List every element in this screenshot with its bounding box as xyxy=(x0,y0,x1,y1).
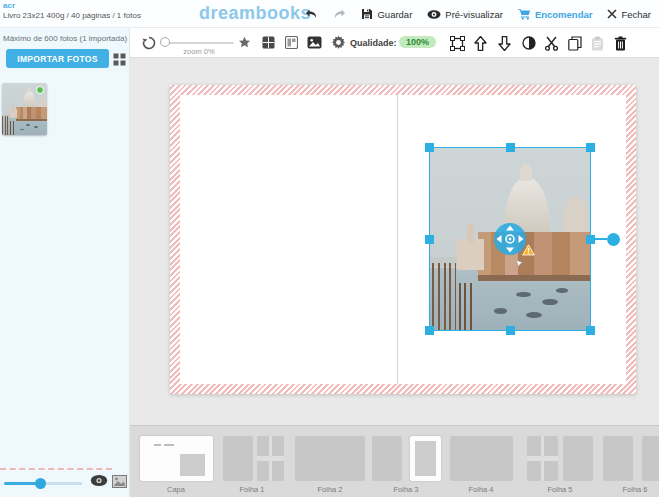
photos-counter: Máximo de 600 fotos (1 importada) xyxy=(3,34,129,43)
resize-handle-bottom-left[interactable] xyxy=(425,326,434,335)
favorite-icon[interactable] xyxy=(238,36,251,49)
page-thumb-folha3-right[interactable] xyxy=(410,436,441,481)
delete-icon[interactable] xyxy=(614,36,627,51)
canvas-zoom-knob[interactable] xyxy=(160,37,170,47)
pages-thumbnail-bar: Capa Folha 1 Folha 2 Folha 3 Folha 4 Fol… xyxy=(130,425,659,497)
page-thumb-folha5-right[interactable] xyxy=(563,436,593,481)
header-bar: acr Livro 23x21 400g / 40 páginas / 1 fo… xyxy=(0,0,659,28)
quality-label: Qualidade: xyxy=(350,38,397,48)
resize-handle-left[interactable] xyxy=(425,235,434,244)
order-button[interactable]: Encomendar xyxy=(518,8,593,20)
preview-label: Pré-visualizar xyxy=(445,9,503,20)
send-backward-icon[interactable] xyxy=(498,36,511,51)
page-label-folha2: Folha 2 xyxy=(317,485,342,494)
page-label-capa: Capa xyxy=(167,485,185,494)
close-label: Fechar xyxy=(621,9,651,20)
page-thumb-folha6-left[interactable] xyxy=(603,436,633,481)
page-divider xyxy=(397,95,398,384)
resize-handle-bottom-right[interactable] xyxy=(586,326,595,335)
page-label-folha5: Folha 5 xyxy=(547,485,572,494)
page-layout-icon[interactable] xyxy=(285,36,298,49)
rotation-handle[interactable] xyxy=(607,233,620,246)
redo-icon xyxy=(333,8,346,21)
close-button[interactable]: Fechar xyxy=(607,9,651,20)
resize-handle-top[interactable] xyxy=(506,143,515,152)
page-thumb-folha5-left[interactable] xyxy=(527,436,558,481)
cart-icon xyxy=(518,8,531,20)
hide-used-photos-toggle[interactable] xyxy=(90,473,108,491)
book-spread xyxy=(170,85,636,394)
project-specs: Livro 23x21 400g / 40 páginas / 1 fotos xyxy=(3,11,141,21)
redo-button[interactable] xyxy=(333,8,346,21)
placed-photo[interactable] xyxy=(430,148,590,330)
order-label: Encomendar xyxy=(535,9,593,20)
resize-handle-top-right[interactable] xyxy=(586,143,595,152)
image-tool-icon[interactable] xyxy=(307,35,322,50)
transform-frame-icon[interactable] xyxy=(450,36,465,51)
zoom-value-label: zoom 0% xyxy=(168,47,230,56)
dreambooks-logo: dreambooks xyxy=(199,3,311,24)
page-thumb-folha2[interactable] xyxy=(295,436,365,481)
close-icon xyxy=(607,9,617,19)
save-button[interactable]: Guardar xyxy=(361,8,412,20)
page-label-folha4: Folha 4 xyxy=(468,485,493,494)
page-thumb-folha1-left[interactable] xyxy=(223,436,253,481)
resize-handle-right[interactable] xyxy=(586,235,595,244)
paste-icon[interactable] xyxy=(591,36,604,51)
photos-sidebar: Máximo de 600 fotos (1 importada) IMPORT… xyxy=(0,28,130,497)
page-label-folha6: Folha 6 xyxy=(622,485,647,494)
page-thumb-cover[interactable] xyxy=(140,436,213,481)
save-icon xyxy=(361,8,373,20)
page-thumb-folha1-right[interactable] xyxy=(257,436,284,481)
photo-used-badge xyxy=(36,86,44,94)
header-actions: Guardar Pré-visualizar Encomendar Fechar xyxy=(305,0,651,28)
layouts-grid-icon[interactable] xyxy=(262,36,275,49)
contrast-icon[interactable] xyxy=(522,36,536,50)
resize-handle-bottom[interactable] xyxy=(506,326,515,335)
undo-icon xyxy=(305,8,318,21)
editor-toolbar: zoom 0% Qualidade: 100% xyxy=(130,28,659,58)
bring-forward-icon[interactable] xyxy=(474,36,487,51)
cursor-icon xyxy=(515,254,524,272)
canvas-zoom-slider[interactable] xyxy=(164,42,234,44)
editor-canvas[interactable] xyxy=(130,58,659,425)
preview-button[interactable]: Pré-visualizar xyxy=(427,9,503,20)
page-thumb-folha4[interactable] xyxy=(450,436,513,481)
photo-thumbnail[interactable] xyxy=(2,83,47,135)
project-title: acr xyxy=(3,1,141,11)
copy-icon[interactable] xyxy=(568,36,582,51)
save-label: Guardar xyxy=(377,9,412,20)
quality-value-badge: 100% xyxy=(399,36,436,48)
reset-zoom-icon[interactable] xyxy=(142,36,156,50)
import-photos-button[interactable]: IMPORTAR FOTOS xyxy=(6,49,109,68)
settings-gear-icon[interactable] xyxy=(331,35,346,50)
page-thumb-folha6-right[interactable] xyxy=(642,436,659,481)
eye-icon xyxy=(427,9,441,20)
cut-icon[interactable] xyxy=(544,36,559,51)
page-label-folha1: Folha 1 xyxy=(239,485,264,494)
page-label-folha3: Folha 3 xyxy=(393,485,418,494)
project-info: acr Livro 23x21 400g / 40 páginas / 1 fo… xyxy=(3,1,141,21)
thumbnail-size-slider-knob[interactable] xyxy=(35,478,46,489)
undo-button[interactable] xyxy=(305,8,318,21)
dashed-separator xyxy=(0,468,112,470)
photo-frame-icon[interactable] xyxy=(112,474,127,492)
resize-handle-top-left[interactable] xyxy=(425,143,434,152)
page-thumb-folha3-left[interactable] xyxy=(372,436,402,481)
grid-view-icon[interactable] xyxy=(113,52,126,70)
